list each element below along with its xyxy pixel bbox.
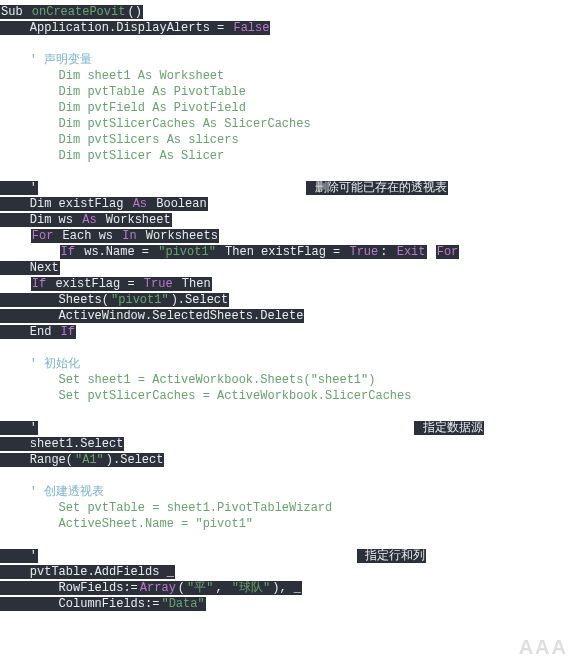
code-token: ColumnFields:=	[0, 597, 160, 611]
code-token	[427, 245, 436, 259]
code-token: RowFields:=	[0, 581, 139, 595]
code-line: Set pvtSlicerCaches = ActiveWorkbook.Sli…	[0, 388, 576, 404]
code-token: ).Select	[170, 293, 230, 307]
code-token: As	[81, 213, 97, 227]
code-token: "pivot1"	[157, 245, 217, 259]
code-token: 删除可能已存在的透视表	[306, 181, 447, 195]
code-line: Dim pvtSlicerCaches As SlicerCaches	[0, 116, 576, 132]
code-line: ActiveSheet.Name = "pivot1"	[0, 516, 576, 532]
code-block: Sub onCreatePovit() Application.DisplayA…	[0, 0, 576, 616]
code-token: Worksheets	[138, 229, 219, 243]
code-token: Range(	[0, 453, 74, 467]
code-line: RowFields:=Array("平", "球队"), _	[0, 580, 576, 596]
code-line: ' 创建透视表	[0, 484, 576, 500]
code-token: Dim ws	[0, 213, 81, 227]
code-token: Then existFlag =	[217, 245, 349, 259]
code-token: '	[0, 549, 38, 563]
code-token: existFlag =	[47, 277, 143, 291]
code-line: pvtTable.AddFields _	[0, 564, 576, 580]
code-token: pvtTable.AddFields _	[0, 565, 175, 579]
code-line: sheet1.Select	[0, 436, 576, 452]
code-line: For Each ws In Worksheets	[0, 228, 576, 244]
code-token: Application.DisplayAlerts =	[0, 21, 232, 35]
code-line	[0, 532, 576, 548]
code-token: Worksheet	[98, 213, 172, 227]
code-line: Dim existFlag As Boolean	[0, 196, 576, 212]
code-line: End If	[0, 324, 576, 340]
code-line	[0, 340, 576, 356]
code-token: Set pvtSlicerCaches = ActiveWorkbook.Sli…	[0, 389, 412, 403]
code-line: ' 指定行和列	[0, 548, 576, 564]
code-token: If	[60, 325, 76, 339]
code-token: For	[31, 229, 55, 243]
code-token: ActiveWindow.SelectedSheets.Delete	[0, 309, 304, 323]
code-token: Dim pvtSlicerCaches As SlicerCaches	[0, 117, 312, 131]
code-token: Dim pvtSlicer As Slicer	[0, 149, 225, 163]
code-token	[0, 229, 31, 243]
code-line: Application.DisplayAlerts = False	[0, 20, 576, 36]
code-token: Dim pvtTable As PivotTable	[0, 85, 247, 99]
code-token: Dim existFlag	[0, 197, 132, 211]
code-line: Dim pvtSlicers As slicers	[0, 132, 576, 148]
code-token	[0, 165, 9, 179]
code-token: onCreatePovit	[24, 5, 127, 19]
code-line: Dim pvtField As PivotField	[0, 100, 576, 116]
code-line: Dim sheet1 As Worksheet	[0, 68, 576, 84]
code-token: Sub	[0, 5, 24, 19]
code-line	[0, 164, 576, 180]
code-line: ' 初始化	[0, 356, 576, 372]
code-line: If existFlag = True Then	[0, 276, 576, 292]
code-line: ActiveWindow.SelectedSheets.Delete	[0, 308, 576, 324]
code-token: ,	[214, 581, 230, 595]
code-token: Exit	[396, 245, 427, 259]
code-line: Range("A1").Select	[0, 452, 576, 468]
code-token: '	[0, 181, 38, 195]
code-token: sheet1.Select	[0, 437, 124, 451]
code-token: "球队"	[231, 581, 271, 595]
code-token	[0, 469, 9, 483]
code-token: Then	[174, 277, 212, 291]
code-token: (	[177, 581, 186, 595]
code-token: As	[132, 197, 148, 211]
code-line: ColumnFields:="Data"	[0, 596, 576, 612]
code-token: "Data"	[160, 597, 205, 611]
code-line: Set pvtTable = sheet1.PivotTableWizard	[0, 500, 576, 516]
code-line: ' 指定数据源	[0, 420, 576, 436]
code-line: ' 删除可能已存在的透视表	[0, 180, 576, 196]
code-line: Dim ws As Worksheet	[0, 212, 576, 228]
code-token: "pivot1"	[110, 293, 170, 307]
code-token: If	[31, 277, 47, 291]
code-line	[0, 468, 576, 484]
code-token: Sheets(	[0, 293, 110, 307]
code-token: Dim pvtSlicers As slicers	[0, 133, 240, 147]
code-token: 指定数据源	[414, 421, 483, 435]
code-token	[0, 277, 31, 291]
code-token: Next	[0, 261, 60, 275]
code-token: Set sheet1 = ActiveWorkbook.Sheets("shee…	[0, 373, 376, 387]
code-token	[0, 533, 9, 547]
code-token: 指定行和列	[357, 549, 426, 563]
code-token: ActiveSheet.Name = "pivot1"	[0, 517, 254, 531]
code-token: "平"	[186, 581, 214, 595]
code-line: Dim pvtSlicer As Slicer	[0, 148, 576, 164]
code-token: True	[348, 245, 379, 259]
code-token: ()	[126, 5, 142, 19]
code-token	[0, 341, 9, 355]
code-token: ).Select	[105, 453, 165, 467]
code-token: ' 创建透视表	[0, 485, 105, 499]
code-line: Set sheet1 = ActiveWorkbook.Sheets("shee…	[0, 372, 576, 388]
code-token: In	[121, 229, 137, 243]
code-token: "A1"	[74, 453, 105, 467]
code-line: Sub onCreatePovit()	[0, 4, 576, 20]
code-token	[0, 405, 9, 419]
code-token: Boolean	[148, 197, 208, 211]
code-token	[38, 181, 306, 195]
code-token: :	[379, 245, 395, 259]
code-token: For	[436, 245, 460, 259]
code-token: ' 初始化	[0, 357, 81, 371]
code-token: End	[0, 325, 60, 339]
code-token	[0, 245, 60, 259]
code-token: ), _	[271, 581, 302, 595]
code-token: Each ws	[54, 229, 121, 243]
code-line	[0, 404, 576, 420]
